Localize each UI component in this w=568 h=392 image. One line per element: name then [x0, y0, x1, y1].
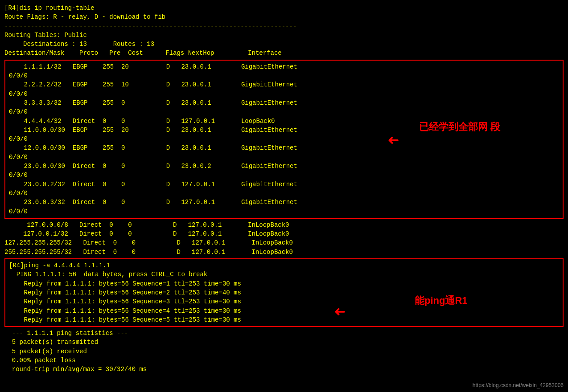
ping-cmd: [R4]ping -a 4.4.4.4 1.1.1.1: [9, 261, 559, 270]
route-23-3: 23.0.0.3/32 Direct 0 0 D 127.0.0.1 Gigab…: [9, 198, 559, 216]
ping-box: [R4]ping -a 4.4.4.4 1.1.1.1 PING 1.1.1.1…: [4, 258, 564, 327]
ping-arrow: ➜: [334, 301, 346, 324]
route-2-2-2: 2.2.2.2/32 EBGP 255 10 D 23.0.0.1 Gigabi…: [9, 80, 559, 98]
route-12: 12.0.0.0/30 EBGP 255 0 D 23.0.0.1 Gigabi…: [9, 143, 559, 162]
route-3-3-3: 3.3.3.3/32 EBGP 255 0 D 23.0.0.1 Gigabit…: [9, 98, 559, 117]
ping-annotation: 能ping通R1: [415, 294, 468, 307]
routing-table-header: Routing Tables: Public: [4, 31, 564, 40]
terminal-output: [R4]dis ip routing-table Route Flags: R …: [0, 0, 568, 378]
header-cmd: [R4]dis ip routing-table: [4, 4, 564, 12]
route-arrow: ➜: [388, 129, 399, 152]
route-23-2: 23.0.0.2/32 Direct 0 0 D 127.0.0.1 Gigab…: [9, 180, 559, 198]
col-headers: Destination/Mask Proto Pre Cost Flags Ne…: [4, 49, 564, 57]
separator: ----------------------------------------…: [4, 22, 564, 31]
route-flags: Route Flags: R - relay, D - download to …: [4, 12, 564, 21]
route-127-0: 127.0.0.0/8 Direct 0 0 D 127.0.0.1 InLoo…: [4, 220, 564, 257]
route-1-1-1: 1.1.1.1/32 EBGP 255 20 D 23.0.0.1 Gigabi…: [9, 62, 559, 81]
routes-box: 1.1.1.1/32 EBGP 255 20 D 23.0.0.1 Gigabi…: [4, 60, 564, 219]
watermark: https://blog.csdn.net/weixin_42953006: [473, 382, 564, 388]
ping-stats: --- 1.1.1.1 ping statistics --- 5 packet…: [4, 329, 564, 374]
route-23-0: 23.0.0.0/30 Direct 0 0 D 23.0.0.2 Gigabi…: [9, 162, 559, 180]
ping-output: PING 1.1.1.1: 56 data bytes, press CTRL_…: [9, 270, 559, 324]
destinations: Destinations : 13 Routes : 13: [4, 40, 564, 49]
route-annotation: 已经学到全部网 段: [419, 120, 500, 134]
